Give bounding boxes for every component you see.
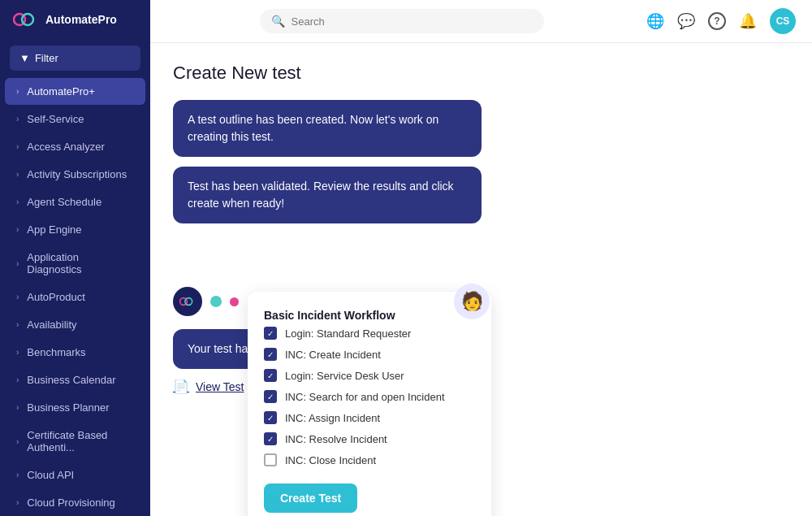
document-icon: 📄	[173, 379, 189, 394]
workflow-item-label: INC: Search for and open Incident	[285, 391, 445, 403]
chevron-icon: ›	[16, 225, 19, 234]
workflow-items: ✓ Login: Standard Requester ✓ INC: Creat…	[264, 323, 475, 470]
sidebar-item-label: Access Analyzer	[27, 141, 104, 153]
sidebar-item-automatepro-plus[interactable]: ›AutomatePro+	[5, 78, 145, 105]
workflow-item-label: INC: Assign Incident	[285, 412, 380, 424]
sidebar-item-cloud-provisioning[interactable]: ›Cloud Provisioning	[5, 489, 145, 516]
chevron-icon: ›	[16, 470, 19, 479]
checkbox-checked[interactable]: ✓	[264, 390, 277, 403]
filter-icon: ▼	[19, 52, 30, 64]
sidebar-item-business-planner[interactable]: ›Business Planner	[5, 394, 145, 421]
message-list: A test outline has been created. Now let…	[173, 100, 660, 223]
app-logo: AutomatePro	[0, 0, 150, 39]
sidebar-item-label: App Engine	[27, 223, 81, 236]
logo-icon	[13, 11, 39, 28]
topbar-actions: 🌐 💬 ? 🔔 CS	[646, 8, 796, 34]
chevron-icon: ›	[16, 498, 19, 507]
app-name: AutomatePro	[45, 13, 117, 26]
message-bubble-2: Test has been validated. Review the resu…	[173, 167, 482, 223]
sidebar-item-label: Business Planner	[27, 401, 109, 414]
message-bubble-1: A test outline has been created. Now let…	[173, 100, 482, 157]
search-icon: 🔍	[271, 15, 285, 28]
chevron-icon: ›	[16, 142, 19, 151]
chevron-icon: ›	[16, 259, 19, 268]
sidebar-item-business-calendar[interactable]: ›Business Calendar	[5, 366, 145, 393]
bell-icon[interactable]: 🔔	[739, 12, 757, 30]
workflow-item-2: ✓ Login: Service Desk User	[264, 365, 475, 386]
bot-avatar: 🧑	[454, 284, 490, 319]
sidebar: AutomatePro ▼ Filter ›AutomatePro+›Self-…	[0, 0, 150, 516]
chevron-icon: ›	[16, 293, 19, 301]
help-icon[interactable]: ?	[708, 12, 726, 30]
topbar: 🔍 🌐 💬 ? 🔔 CS	[150, 0, 812, 43]
workflow-title: Basic Incident Workflow	[264, 309, 395, 322]
main-content: 🔍 🌐 💬 ? 🔔 CS Create New test A test outl…	[150, 0, 812, 516]
sidebar-item-label: Application Diagnostics	[27, 251, 134, 275]
page-title: Create New test	[173, 63, 789, 84]
search-bar[interactable]: 🔍	[260, 9, 544, 33]
globe-icon[interactable]: 🌐	[646, 12, 664, 30]
create-test-button[interactable]: Create Test	[264, 483, 357, 513]
chat-icon[interactable]: 💬	[677, 12, 695, 30]
chevron-icon: ›	[16, 170, 19, 179]
workflow-item-label: Login: Service Desk User	[285, 370, 404, 382]
sidebar-item-label: Self-Service	[27, 113, 84, 125]
filter-button[interactable]: ▼ Filter	[10, 46, 140, 71]
chevron-icon: ›	[16, 115, 19, 124]
chevron-icon: ›	[16, 197, 19, 206]
sidebar-item-benchmarks[interactable]: ›Benchmarks	[5, 339, 145, 366]
sidebar-item-label: AutomatePro+	[27, 85, 94, 98]
checkbox-checked[interactable]: ✓	[264, 432, 277, 445]
sidebar-item-cloud-api[interactable]: ›Cloud API	[5, 462, 145, 488]
workflow-item-0: ✓ Login: Standard Requester	[264, 323, 475, 344]
chevron-icon: ›	[16, 320, 19, 329]
chevron-icon: ›	[16, 403, 19, 412]
chat-logo-icon	[173, 287, 202, 316]
sidebar-item-label: Business Calendar	[27, 374, 115, 386]
checkbox-checked[interactable]: ✓	[264, 327, 277, 340]
chevron-icon: ›	[16, 348, 19, 357]
sidebar-item-availability[interactable]: ›Availability	[5, 311, 145, 338]
workflow-item-6: INC: Close Incident	[264, 449, 475, 470]
workflow-item-label: Login: Standard Requester	[285, 327, 411, 340]
sidebar-item-application-diagnostics[interactable]: ›Application Diagnostics	[5, 244, 145, 283]
sidebar-item-app-engine[interactable]: ›App Engine	[5, 216, 145, 243]
workflow-item-label: INC: Resolve Incident	[285, 433, 387, 445]
checkbox-checked[interactable]: ✓	[264, 411, 277, 424]
sidebar-item-agent-schedule[interactable]: ›Agent Schedule	[5, 189, 145, 215]
workflow-card: Basic Incident Workflow 🧑 ✓ Login: Stand…	[248, 292, 491, 516]
dot-2	[230, 297, 239, 306]
user-avatar[interactable]: CS	[770, 8, 796, 34]
sidebar-item-label: Agent Schedule	[27, 196, 102, 208]
sidebar-item-autoproduct[interactable]: ›AutoProduct	[5, 284, 145, 310]
sidebar-item-label: AutoProduct	[27, 291, 85, 303]
workflow-item-label: INC: Create Incident	[285, 349, 381, 361]
sidebar-item-label: Cloud Provisioning	[27, 496, 114, 509]
workflow-item-5: ✓ INC: Resolve Incident	[264, 428, 475, 449]
chevron-icon: ›	[16, 437, 19, 446]
workflow-item-1: ✓ INC: Create Incident	[264, 344, 475, 365]
sidebar-item-label: Availability	[27, 319, 76, 331]
workflow-item-4: ✓ INC: Assign Incident	[264, 407, 475, 428]
dot-1	[210, 296, 222, 307]
checkbox-checked[interactable]: ✓	[264, 369, 277, 382]
checkbox-checked[interactable]: ✓	[264, 348, 277, 361]
sidebar-item-label: Certificate Based Authenti...	[27, 429, 134, 453]
svg-point-1	[22, 14, 33, 25]
view-test-label: View Test	[196, 380, 244, 393]
svg-point-3	[185, 298, 192, 306]
checkbox-unchecked[interactable]	[264, 453, 277, 466]
sidebar-item-activity-subscriptions[interactable]: ›Activity Subscriptions	[5, 161, 145, 188]
workflow-item-3: ✓ INC: Search for and open Incident	[264, 386, 475, 407]
chevron-icon: ›	[16, 87, 19, 96]
sidebar-item-label: Benchmarks	[27, 346, 85, 358]
sidebar-nav: ›AutomatePro+›Self-Service›Access Analyz…	[0, 77, 150, 516]
sidebar-item-certificate-based-auth[interactable]: ›Certificate Based Authenti...	[5, 422, 145, 461]
search-input[interactable]	[292, 15, 533, 28]
sidebar-item-label: Activity Subscriptions	[27, 168, 127, 180]
chevron-icon: ›	[16, 375, 19, 384]
workflow-item-label: INC: Close Incident	[285, 454, 376, 466]
content-area: Create New test A test outline has been …	[150, 43, 812, 516]
sidebar-item-self-service[interactable]: ›Self-Service	[5, 106, 145, 132]
sidebar-item-access-analyzer[interactable]: ›Access Analyzer	[5, 133, 145, 160]
